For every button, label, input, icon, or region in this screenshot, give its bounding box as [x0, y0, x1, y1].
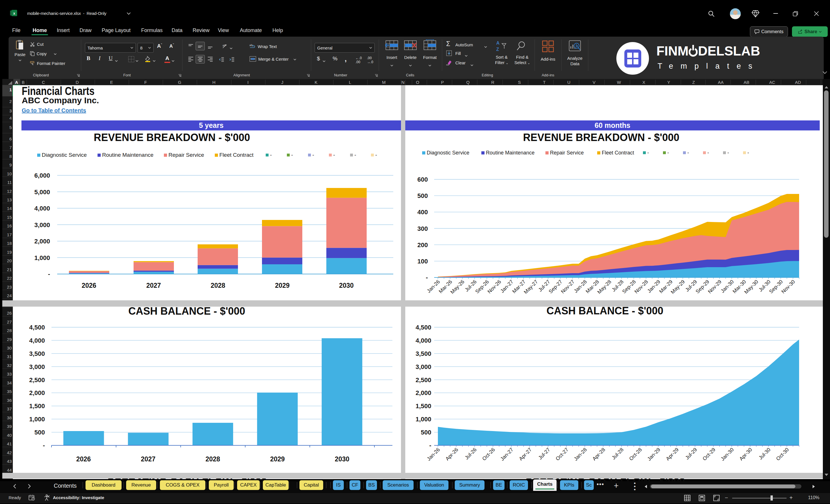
- svg-text:1,000: 1,000: [416, 416, 431, 423]
- svg-text:-: -: [312, 152, 314, 158]
- svg-text:3,000: 3,000: [34, 221, 50, 228]
- svg-text:4,000: 4,000: [416, 337, 431, 344]
- svg-text:Oct-28: Oct-28: [628, 447, 643, 462]
- svg-text:500: 500: [421, 429, 431, 436]
- svg-text:Jan-28: Jan-28: [573, 447, 588, 462]
- svg-text:Fleet Contract: Fleet Contract: [602, 150, 634, 156]
- svg-text:5,000: 5,000: [34, 189, 50, 196]
- svg-text:600: 600: [417, 176, 428, 183]
- svg-text:2,500: 2,500: [29, 376, 45, 384]
- svg-text:-: -: [333, 152, 335, 158]
- svg-text:2027: 2027: [141, 455, 155, 463]
- svg-text:-: -: [270, 152, 272, 158]
- svg-text:Oct-30: Oct-30: [775, 447, 790, 462]
- svg-text:Nov-28: Nov-28: [633, 279, 649, 295]
- svg-text:-: -: [48, 270, 50, 278]
- svg-text:-: -: [426, 274, 428, 281]
- svg-text:Jan-26: Jan-26: [426, 447, 441, 462]
- svg-text:400: 400: [417, 209, 428, 216]
- svg-text:-: -: [667, 150, 669, 156]
- svg-text:200: 200: [417, 242, 428, 249]
- svg-text:3,500: 3,500: [416, 350, 431, 357]
- svg-text:May-27: May-27: [523, 279, 539, 295]
- svg-text:Jul-28: Jul-28: [611, 447, 625, 461]
- svg-text:REVENUE BREAKDOWN - $'000: REVENUE BREAKDOWN - $'000: [523, 132, 679, 143]
- svg-text:Z: Z: [496, 47, 499, 52]
- svg-text:2026: 2026: [76, 455, 91, 463]
- svg-text:Nov-27: Nov-27: [560, 279, 576, 295]
- svg-text:ab: ab: [223, 44, 225, 47]
- svg-text:2029: 2029: [275, 282, 289, 289]
- svg-text:Jan-27: Jan-27: [499, 447, 514, 462]
- svg-text:Sep-26: Sep-26: [474, 279, 490, 295]
- svg-text:Apr-30: Apr-30: [738, 447, 753, 462]
- svg-text:2,000: 2,000: [34, 238, 50, 245]
- svg-text:-: -: [707, 150, 709, 156]
- svg-text:Jan-29: Jan-29: [646, 447, 661, 462]
- svg-text:2,000: 2,000: [416, 389, 431, 397]
- svg-text:3,500: 3,500: [29, 350, 45, 357]
- svg-text:Apr-29: Apr-29: [665, 447, 679, 462]
- svg-text:Jan-30: Jan-30: [720, 447, 735, 462]
- svg-text:1,000: 1,000: [34, 254, 50, 261]
- svg-text:500: 500: [417, 192, 428, 199]
- svg-text:3,000: 3,000: [416, 363, 431, 371]
- svg-text:REVENUE BREAKDOWN - $'000: REVENUE BREAKDOWN - $'000: [94, 132, 250, 143]
- svg-text:-: -: [747, 150, 749, 156]
- svg-text:Nov-30: Nov-30: [780, 279, 796, 295]
- svg-text:2,500: 2,500: [416, 376, 431, 384]
- svg-text:1,500: 1,500: [29, 403, 45, 410]
- svg-text:-: -: [647, 150, 649, 156]
- svg-text:4,000: 4,000: [29, 337, 45, 344]
- svg-text:2027: 2027: [146, 282, 161, 289]
- svg-text:-: -: [687, 150, 689, 156]
- svg-text:-: -: [354, 152, 356, 158]
- svg-text:x: x: [13, 11, 15, 15]
- svg-text:-: -: [727, 150, 729, 156]
- svg-text:Sep-30: Sep-30: [768, 279, 784, 295]
- svg-text:3,000: 3,000: [29, 363, 45, 371]
- svg-text:2028: 2028: [205, 455, 220, 463]
- svg-text:Oct-29: Oct-29: [702, 447, 716, 462]
- svg-text:4,500: 4,500: [29, 324, 45, 331]
- svg-text:2030: 2030: [334, 455, 349, 463]
- svg-text:4,500: 4,500: [416, 324, 431, 331]
- svg-text:Sep-28: Sep-28: [621, 279, 637, 295]
- svg-text:Sep-27: Sep-27: [548, 279, 564, 295]
- svg-text:100: 100: [417, 258, 428, 265]
- svg-text:2029: 2029: [270, 455, 285, 463]
- svg-text:Repair Service: Repair Service: [550, 150, 584, 156]
- svg-text:2030: 2030: [339, 282, 353, 289]
- svg-text:2026: 2026: [82, 282, 96, 289]
- svg-text:Repair Service: Repair Service: [168, 152, 204, 158]
- svg-text:Oct-27: Oct-27: [554, 447, 569, 462]
- svg-text:Sep-29: Sep-29: [695, 279, 710, 295]
- svg-text:2028: 2028: [211, 282, 225, 289]
- svg-text:Nov-26: Nov-26: [486, 279, 502, 295]
- svg-text:300: 300: [417, 225, 428, 232]
- svg-text:Oct-26: Oct-26: [481, 447, 496, 462]
- svg-text:May-28: May-28: [596, 279, 613, 295]
- svg-text:-: -: [375, 152, 377, 158]
- svg-text:Jul-30: Jul-30: [758, 447, 772, 461]
- svg-text:1,500: 1,500: [416, 403, 431, 410]
- svg-text:Jul-29: Jul-29: [684, 447, 698, 461]
- svg-text:Apr-28: Apr-28: [591, 447, 606, 462]
- svg-text:Nov-29: Nov-29: [707, 279, 723, 295]
- svg-text:500: 500: [34, 429, 45, 436]
- svg-text:CASH BALANCE - $'000: CASH BALANCE - $'000: [547, 307, 664, 317]
- svg-text:Fleet Contract: Fleet Contract: [219, 152, 254, 158]
- svg-text:May-26: May-26: [449, 279, 466, 295]
- svg-text:May-30: May-30: [743, 279, 759, 295]
- svg-text:-: -: [429, 442, 431, 449]
- svg-text:CASH BALANCE - $'000: CASH BALANCE - $'000: [128, 307, 246, 317]
- svg-text:ab: ab: [249, 43, 253, 46]
- svg-text:A: A: [496, 41, 500, 45]
- svg-text:Jul-27: Jul-27: [537, 447, 551, 461]
- svg-text:Jul-26: Jul-26: [464, 447, 478, 461]
- svg-text:6,000: 6,000: [34, 172, 50, 179]
- svg-text:4,000: 4,000: [34, 205, 50, 212]
- svg-text:May-29: May-29: [670, 279, 686, 295]
- svg-text:-: -: [291, 152, 293, 158]
- svg-text:Diagnostic Service: Diagnostic Service: [427, 150, 469, 156]
